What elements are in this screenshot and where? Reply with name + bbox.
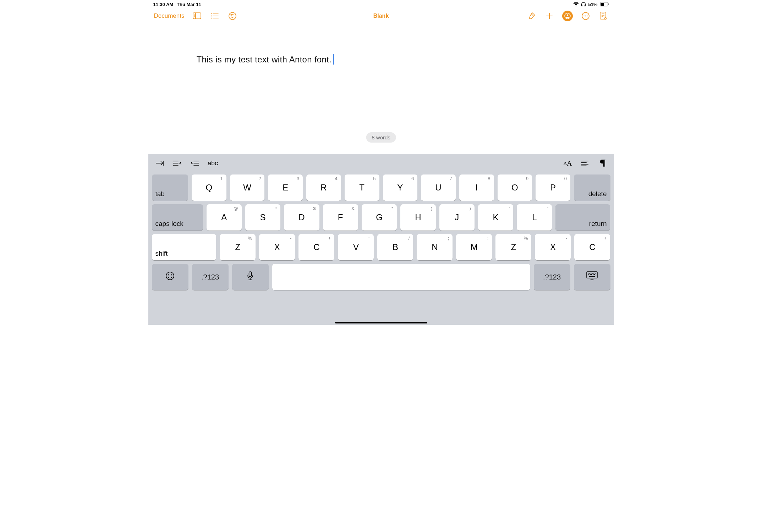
key-r[interactable]: 4R [306, 174, 341, 201]
key-c[interactable]: +C [574, 234, 610, 260]
key-symbols-left[interactable]: .?123 [192, 264, 229, 290]
svg-rect-54 [591, 274, 592, 275]
key-q[interactable]: 1Q [192, 174, 226, 201]
outdent-icon[interactable] [172, 158, 182, 168]
key-e[interactable]: 3E [268, 174, 303, 201]
svg-rect-47 [589, 273, 590, 273]
key-p[interactable]: 0P [536, 174, 570, 201]
svg-point-18 [566, 14, 568, 16]
documents-back-button[interactable]: Documents [154, 12, 185, 20]
document-text[interactable]: This is my test text with Anton font. [197, 55, 332, 65]
key-u[interactable]: 7U [421, 174, 456, 201]
svg-rect-53 [590, 274, 591, 275]
onscreen-keyboard: abc AA tab 1Q2W3E4R5T6Y7U8I9O0Pdelete [148, 154, 614, 325]
paragraph-icon[interactable] [598, 158, 608, 168]
home-indicator[interactable] [335, 322, 427, 323]
key-i[interactable]: 8I [459, 174, 494, 201]
svg-point-22 [587, 15, 588, 16]
svg-point-43 [171, 275, 172, 276]
svg-point-5 [194, 14, 195, 15]
key-w[interactable]: 2W [230, 174, 265, 201]
svg-rect-48 [591, 273, 591, 273]
key-z[interactable]: %Z [220, 234, 256, 260]
svg-rect-46 [588, 273, 588, 273]
key-g[interactable]: *G [362, 204, 397, 231]
document-canvas[interactable]: This is my test text with Anton font. 8 … [148, 24, 614, 146]
svg-rect-49 [592, 273, 593, 273]
svg-point-8 [211, 13, 212, 14]
key-d[interactable]: $D [284, 204, 319, 231]
indent-icon[interactable] [190, 158, 200, 168]
key-t[interactable]: 5T [345, 174, 379, 201]
key-dictate[interactable] [232, 264, 269, 290]
key-y[interactable]: 6Y [383, 174, 418, 201]
text-cursor [333, 54, 334, 65]
abc-label[interactable]: abc [208, 158, 218, 168]
microphone-icon [247, 271, 253, 283]
key-m[interactable]: :M [456, 234, 492, 260]
key-capslock[interactable]: caps lock [152, 204, 203, 231]
svg-point-12 [211, 17, 212, 18]
key-c[interactable]: +C [298, 234, 334, 260]
key-k[interactable]: 'K [478, 204, 513, 231]
keyboard-shortcut-bar: abc AA [148, 154, 614, 172]
svg-point-28 [605, 18, 605, 19]
svg-point-6 [194, 15, 195, 16]
svg-point-41 [166, 272, 174, 280]
document-settings-icon[interactable] [598, 11, 608, 21]
key-h[interactable]: (H [400, 204, 435, 231]
key-symbols-right[interactable]: .?123 [534, 264, 570, 290]
format-brush-icon[interactable] [527, 11, 537, 21]
key-n[interactable]: ;N [417, 234, 453, 260]
undo-icon[interactable] [227, 11, 237, 21]
collaborate-icon[interactable] [562, 11, 573, 21]
key-space[interactable] [272, 264, 530, 290]
key-dismiss-keyboard[interactable] [574, 264, 610, 290]
key-b[interactable]: /B [377, 234, 413, 260]
svg-point-7 [194, 16, 195, 17]
headphones-icon [581, 2, 586, 7]
key-a[interactable]: @A [207, 204, 242, 231]
list-icon[interactable] [210, 11, 220, 21]
text-size-icon[interactable]: AA [564, 158, 572, 168]
svg-point-10 [211, 15, 212, 16]
insert-plus-icon[interactable] [544, 11, 554, 21]
key-z[interactable]: %Z [495, 234, 531, 260]
word-count-pill[interactable]: 8 words [366, 132, 396, 143]
svg-point-20 [583, 15, 585, 16]
svg-rect-3 [193, 13, 201, 19]
key-x[interactable]: -X [535, 234, 571, 260]
key-f[interactable]: &F [323, 204, 358, 231]
key-o[interactable]: 9O [498, 174, 532, 201]
svg-point-14 [229, 12, 236, 20]
svg-rect-55 [593, 274, 593, 275]
svg-rect-2 [608, 4, 609, 5]
key-emoji[interactable] [152, 264, 188, 290]
svg-rect-52 [588, 274, 589, 275]
svg-point-21 [585, 15, 586, 16]
battery-percent: 51% [588, 2, 597, 7]
svg-rect-57 [589, 276, 595, 277]
svg-rect-51 [595, 273, 596, 273]
status-bar: 11:30 AM Thu Mar 11 51% [148, 0, 614, 8]
key-shift-left[interactable]: shift [152, 234, 216, 260]
key-j[interactable]: )J [439, 204, 475, 231]
svg-point-42 [168, 275, 169, 276]
key-tab[interactable]: tab [152, 174, 188, 201]
align-icon[interactable] [580, 158, 590, 168]
indent-right-icon[interactable] [155, 158, 165, 168]
key-v[interactable]: =V [338, 234, 374, 260]
emoji-icon [165, 271, 175, 283]
svg-rect-44 [249, 272, 252, 277]
svg-rect-56 [594, 274, 595, 275]
key-return[interactable]: return [555, 204, 610, 231]
panel-toggle-icon[interactable] [192, 11, 202, 21]
status-date: Thu Mar 11 [177, 2, 201, 7]
key-l[interactable]: "L [517, 204, 552, 231]
more-icon[interactable] [581, 11, 591, 21]
dismiss-keyboard-icon [586, 271, 598, 283]
key-delete[interactable]: delete [574, 174, 610, 201]
key-x[interactable]: -X [259, 234, 295, 260]
key-s[interactable]: #S [245, 204, 280, 231]
svg-rect-1 [601, 3, 604, 6]
